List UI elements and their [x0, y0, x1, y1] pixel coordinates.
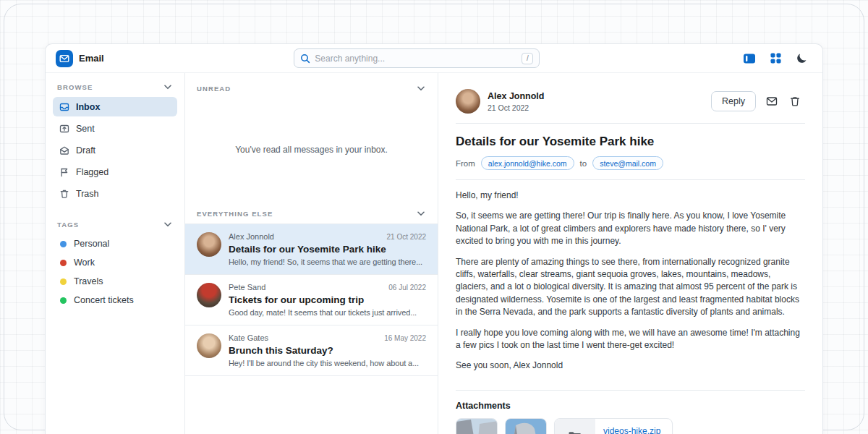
unread-section-header: Unread — [185, 73, 438, 95]
inbox-icon — [59, 102, 69, 112]
from-email-chip[interactable]: alex.jonnold@hike.com — [481, 156, 574, 170]
email-date: 16 May 2022 — [384, 334, 426, 342]
reply-button[interactable]: Reply — [711, 91, 756, 111]
everything-else-section-label: Everything else — [197, 210, 273, 218]
moon-icon — [795, 52, 808, 65]
email-sender: Kate Gates — [229, 333, 268, 342]
tag-label: Travels — [74, 276, 103, 286]
email-list: Alex Jonnold 21 Oct 2022 Details for our… — [185, 224, 438, 376]
search-input[interactable] — [315, 54, 517, 64]
body-paragraph: Hello, my friend! — [456, 190, 805, 202]
email-detail-pane: Alex Jonnold 21 Oct 2022 Reply — [438, 73, 822, 434]
from-label: From — [456, 159, 475, 168]
to-email-chip[interactable]: steve@mail.com — [592, 156, 663, 170]
chevron-down-icon — [164, 85, 171, 90]
tag-color-dot — [60, 297, 67, 304]
body-paragraph: See you soon, Alex Jonnold — [456, 359, 805, 372]
file-attachment-card[interactable]: videos-hike.zip 100 MB — [554, 418, 673, 434]
list-item-email-3[interactable]: Kate Gates 16 May 2022 Brunch this Satur… — [185, 326, 438, 376]
email-date: 21 Oct 2022 — [387, 233, 426, 241]
detail-header: Alex Jonnold 21 Oct 2022 Reply — [456, 89, 805, 114]
unread-empty-message: You've read all messages in your inbox. — [185, 95, 438, 204]
tag-item-concert-tickets[interactable]: Concert tickets — [53, 291, 177, 310]
layout-toggle-button[interactable] — [739, 48, 760, 69]
everything-else-section-header: Everything else — [185, 204, 438, 224]
folder-icon — [555, 419, 595, 434]
unread-collapse-button[interactable] — [416, 85, 426, 93]
trash-icon — [789, 95, 801, 107]
trash-icon — [59, 189, 69, 199]
chevron-down-icon — [417, 86, 425, 91]
attachments-row: videos-hike.zip 100 MB — [456, 418, 805, 434]
sidebar-item-label: Trash — [76, 189, 99, 199]
envelope-icon — [766, 95, 778, 107]
sidebar-item-trash[interactable]: Trash — [53, 184, 177, 203]
everything-else-collapse-button[interactable] — [416, 210, 426, 218]
list-item-email-1[interactable]: Alex Jonnold 21 Oct 2022 Details for our… — [185, 224, 438, 275]
dark-mode-button[interactable] — [791, 48, 812, 69]
sidebar-item-draft[interactable]: Draft — [53, 140, 177, 160]
chevron-down-icon — [164, 222, 171, 227]
tag-item-travels[interactable]: Travels — [53, 272, 177, 291]
unread-section-label: Unread — [197, 85, 231, 93]
tags-section-label: Tags — [57, 221, 79, 229]
body-paragraph: There are plenty of amazing things to se… — [456, 256, 805, 319]
app-header: Email / — [46, 44, 822, 73]
sidebar: Browse Inbox — [46, 73, 185, 434]
mark-unread-button[interactable] — [762, 91, 782, 111]
sidebar-item-label: Inbox — [76, 102, 100, 112]
email-logo-icon — [56, 50, 73, 67]
tag-item-work[interactable]: Work — [53, 253, 177, 272]
tag-color-dot — [60, 260, 67, 266]
sidebar-item-label: Draft — [76, 145, 95, 156]
email-subject: Brunch this Saturday? — [229, 345, 426, 356]
email-list-pane: Unread You've read all messages in your … — [185, 73, 438, 434]
sent-icon — [59, 124, 69, 134]
attachments-label: Attachments — [456, 401, 805, 411]
avatar — [197, 283, 221, 307]
landscape-photo — [506, 419, 547, 434]
chevron-down-icon — [417, 211, 425, 216]
sidebar-item-inbox[interactable]: Inbox — [53, 97, 177, 116]
tag-label: Personal — [74, 239, 109, 249]
email-subject: Details for our Yosemite Park hike — [229, 244, 426, 255]
email-sender: Alex Jonnold — [229, 232, 274, 241]
email-preview: Hey! I'll be around the city this weeken… — [229, 359, 426, 367]
tag-item-personal[interactable]: Personal — [53, 234, 177, 253]
desktop-background: Email / — [0, 0, 868, 434]
draft-icon — [59, 145, 69, 156]
divider — [456, 390, 805, 391]
browse-collapse-button[interactable] — [163, 83, 173, 91]
list-item-email-2[interactable]: Pete Sand 06 Jul 2022 Tickets for our up… — [185, 275, 438, 326]
attachment-file-name: videos-hike.zip — [603, 426, 660, 434]
delete-button[interactable] — [785, 91, 805, 111]
browse-section-header: Browse — [53, 82, 177, 93]
email-preview: Hello, my friend! So, it seems that we a… — [229, 258, 426, 266]
divider — [456, 123, 805, 124]
divider — [456, 179, 805, 180]
avatar — [197, 333, 221, 358]
tags-section-header: Tags — [53, 219, 177, 230]
avatar — [456, 89, 480, 114]
tag-color-dot — [60, 241, 67, 247]
sidebar-item-sent[interactable]: Sent — [53, 119, 177, 138]
search-bar[interactable]: / — [294, 48, 540, 68]
photo-attachment-1[interactable] — [456, 418, 498, 434]
tag-color-dot — [60, 278, 67, 285]
detail-subject: Details for our Yosemite Park hike — [456, 135, 805, 149]
browse-section-label: Browse — [57, 83, 93, 91]
sidebar-item-label: Flagged — [76, 167, 109, 177]
tag-label: Concert tickets — [74, 295, 134, 305]
apps-grid-button[interactable] — [765, 48, 786, 69]
apps-grid-icon — [770, 52, 782, 64]
search-icon — [300, 54, 310, 64]
detail-actions: Reply — [711, 91, 805, 111]
email-body: Hello, my friend! So, it seems we are ge… — [456, 190, 805, 380]
header-actions — [739, 48, 812, 69]
tags-collapse-button[interactable] — [163, 221, 173, 229]
landscape-photo — [456, 419, 498, 434]
photo-attachment-2[interactable] — [505, 418, 547, 434]
email-date: 06 Jul 2022 — [388, 284, 426, 292]
sidebar-item-flagged[interactable]: Flagged — [53, 162, 177, 182]
avatar — [197, 232, 221, 257]
